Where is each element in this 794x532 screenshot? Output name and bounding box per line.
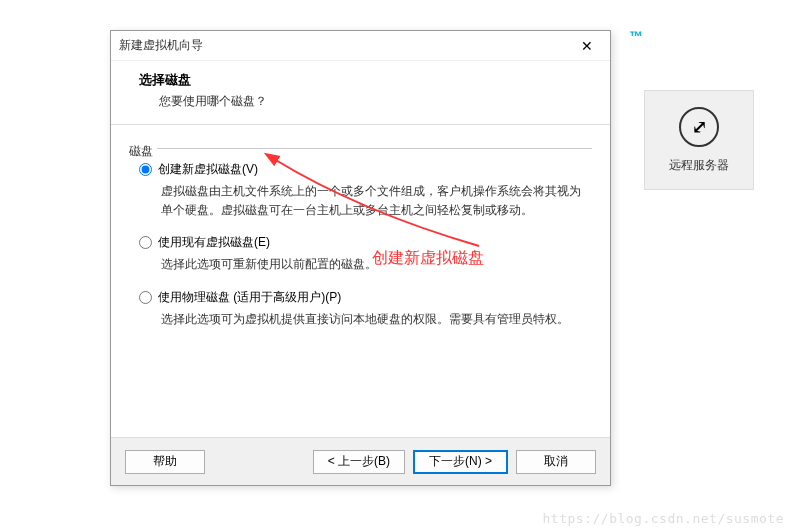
group-label: 磁盘 [129, 143, 157, 160]
remote-server-card[interactable]: ⤢ 远程服务器 [644, 90, 754, 190]
remote-icon: ⤢ [679, 107, 719, 147]
help-button[interactable]: 帮助 [125, 450, 205, 474]
radio-desc: 虚拟磁盘由主机文件系统上的一个或多个文件组成，客户机操作系统会将其视为单个硬盘。… [139, 182, 592, 220]
radio-existing[interactable] [139, 236, 152, 249]
cancel-button[interactable]: 取消 [516, 450, 596, 474]
option-physical-disk: 使用物理磁盘 (适用于高级用户)(P) 选择此选项可为虚拟机提供直接访问本地硬盘… [129, 289, 592, 329]
option-create-new-disk: 创建新虚拟磁盘(V) 虚拟磁盘由主机文件系统上的一个或多个文件组成，客户机操作系… [129, 161, 592, 220]
button-bar: 帮助 < 上一步(B) 下一步(N) > 取消 [111, 437, 610, 485]
content-area: 磁盘 创建新虚拟磁盘(V) 虚拟磁盘由主机文件系统上的一个或多个文件组成，客户机… [111, 125, 610, 437]
arrow-icon: ⤢ [692, 116, 707, 138]
dialog-title: 新建虚拟机向导 [119, 37, 572, 54]
option-use-existing-disk: 使用现有虚拟磁盘(E) 选择此选项可重新使用以前配置的磁盘。 [129, 234, 592, 274]
radio-desc: 选择此选项可重新使用以前配置的磁盘。 [139, 255, 592, 274]
titlebar: 新建虚拟机向导 ✕ [111, 31, 610, 61]
radio-label[interactable]: 创建新虚拟磁盘(V) [158, 161, 258, 178]
radio-label[interactable]: 使用现有虚拟磁盘(E) [158, 234, 270, 251]
next-button[interactable]: 下一步(N) > [413, 450, 508, 474]
radio-label[interactable]: 使用物理磁盘 (适用于高级用户)(P) [158, 289, 341, 306]
group-divider [129, 148, 592, 149]
page-title: 选择磁盘 [131, 71, 590, 89]
header-area: 选择磁盘 您要使用哪个磁盘？ [111, 61, 610, 125]
remote-label: 远程服务器 [669, 157, 729, 174]
watermark: https://blog.csdn.net/susmote [543, 511, 784, 526]
radio-physical[interactable] [139, 291, 152, 304]
radio-desc: 选择此选项可为虚拟机提供直接访问本地硬盘的权限。需要具有管理员特权。 [139, 310, 592, 329]
wizard-dialog: 新建虚拟机向导 ✕ 选择磁盘 您要使用哪个磁盘？ 磁盘 创建新虚拟磁盘(V) 虚… [110, 30, 611, 486]
trademark-text: ™ [629, 28, 644, 44]
back-button[interactable]: < 上一步(B) [313, 450, 405, 474]
close-button[interactable]: ✕ [572, 36, 602, 56]
page-subtitle: 您要使用哪个磁盘？ [131, 93, 590, 110]
radio-create-new[interactable] [139, 163, 152, 176]
